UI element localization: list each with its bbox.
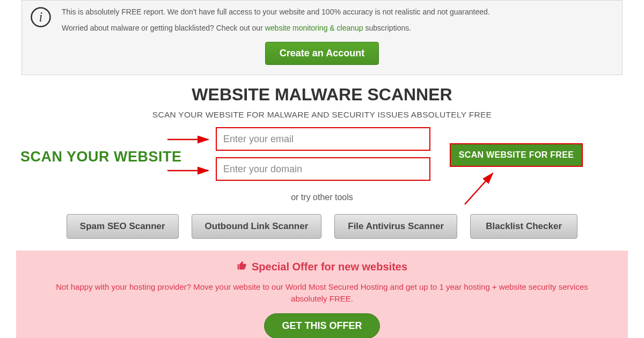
or-try-label: or try other tools bbox=[0, 193, 644, 202]
info-box: i This is absolutely FREE report. We don… bbox=[21, 0, 623, 75]
file-antivirus-scanner-button[interactable]: File Antivirus Scanner bbox=[334, 214, 457, 239]
special-offer-box: Special Offer for new websites Not happy… bbox=[16, 251, 628, 338]
monitoring-link[interactable]: website monitoring & cleanup bbox=[265, 24, 363, 32]
svg-text:i: i bbox=[39, 10, 43, 24]
spam-seo-scanner-button[interactable]: Spam SEO Scanner bbox=[67, 214, 179, 239]
info-line2-pre: Worried about malware or getting blackli… bbox=[62, 24, 265, 32]
get-this-offer-button[interactable]: GET THIS OFFER bbox=[264, 313, 379, 338]
info-line1: This is absolutely FREE report. We don't… bbox=[62, 7, 614, 18]
scan-your-website-label: SCAN YOUR WEBSITE bbox=[20, 149, 182, 165]
page-subtitle: SCAN YOUR WEBSITE FOR MALWARE AND SECURI… bbox=[0, 110, 644, 120]
info-line2-post: subscriptions. bbox=[363, 24, 411, 32]
blacklist-checker-button[interactable]: Blacklist Checker bbox=[470, 214, 577, 239]
offer-description: Not happy with your hosting provider? Mo… bbox=[38, 281, 606, 305]
arrow-annotation-icon bbox=[166, 135, 213, 144]
info-icon: i bbox=[30, 5, 52, 31]
outbound-link-scanner-button[interactable]: Outbound Link Scanner bbox=[192, 214, 322, 239]
tool-buttons-row: Spam SEO Scanner Outbound Link Scanner F… bbox=[0, 214, 644, 239]
email-input[interactable] bbox=[216, 127, 430, 151]
thumbs-up-icon bbox=[237, 260, 247, 274]
scan-website-button[interactable]: SCAN WEBSITE FOR FREE bbox=[450, 143, 583, 167]
page-title: WEBSITE MALWARE SCANNER bbox=[0, 85, 644, 105]
scan-form: SCAN YOUR WEBSITE SCAN WEBSITE FOR FREE … bbox=[0, 127, 644, 213]
create-account-button[interactable]: Create an Account bbox=[265, 42, 379, 65]
offer-title: Special Offer for new websites bbox=[252, 261, 407, 273]
info-line2: Worried about malware or getting blackli… bbox=[62, 23, 614, 34]
domain-input[interactable] bbox=[216, 157, 430, 181]
arrow-annotation-icon bbox=[166, 166, 213, 175]
